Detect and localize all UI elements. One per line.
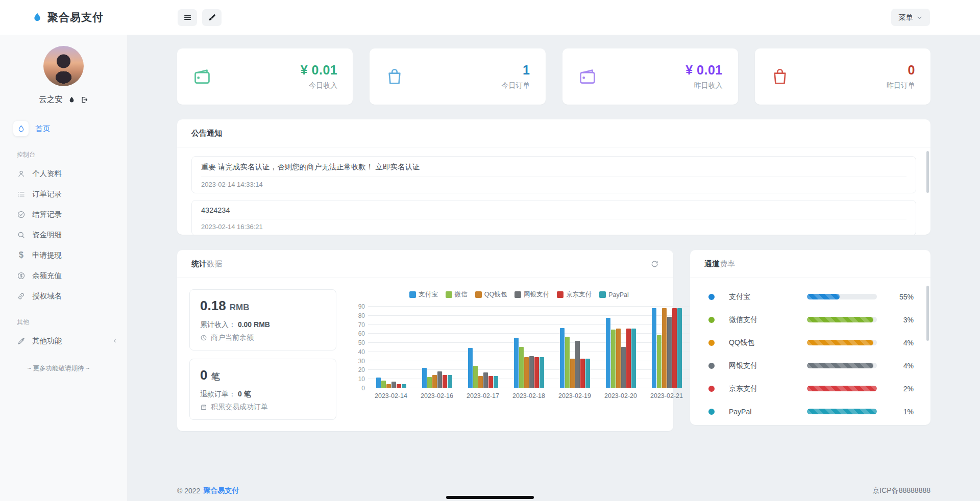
user-avatar[interactable] xyxy=(43,46,84,86)
announcement-divider xyxy=(201,219,906,219)
theme-button[interactable] xyxy=(202,9,222,26)
stat-value: ¥ 0.01 xyxy=(301,63,338,78)
list-icon xyxy=(17,190,26,198)
stat-card-body: ¥ 0.01昨日收入 xyxy=(685,63,723,90)
sidebar-item-label: 首页 xyxy=(35,124,50,134)
stat-card: ¥ 0.01今日收入 xyxy=(177,48,353,105)
sidebar-item-dollar[interactable]: $申请提现 xyxy=(17,245,127,265)
bar-京东支付 xyxy=(443,375,447,388)
bar-QQ钱包 xyxy=(616,329,621,388)
announcement-item[interactable]: 43242342023-02-14 16:36:21 xyxy=(191,200,916,235)
wallet-icon xyxy=(192,67,212,86)
channel-progress-fill xyxy=(807,317,873,322)
sidebar-item-list[interactable]: 订单记录 xyxy=(17,184,127,204)
bar-QQ钱包 xyxy=(524,357,529,388)
announcement-text: 重要 请完成实名认证，否则您的商户无法正常收款！ 立即实名认证 xyxy=(201,162,906,172)
bar-group xyxy=(422,306,452,388)
sidebar-toggle-button[interactable] xyxy=(178,9,197,26)
bar-京东支付 xyxy=(534,357,539,388)
channel-rate-row: 微信支付3% xyxy=(690,308,930,331)
sidebar: 云之安 首页控制台个人资料订单记录结算记录资金明细$申请提现余额充值授权域名其他… xyxy=(0,35,128,501)
sidebar-item-user[interactable]: 个人资料 xyxy=(17,163,127,184)
announcement-time: 2023-02-14 14:33:14 xyxy=(201,181,906,188)
top-bar: 聚合易支付 菜单 xyxy=(0,0,980,35)
channel-name: QQ钱包 xyxy=(729,338,782,347)
droplet-mini-icon[interactable] xyxy=(68,96,76,104)
refunds-panel: 0 笔 退款订单： 0 笔 积累交易成功订单 xyxy=(189,359,336,420)
coin-icon xyxy=(17,271,26,280)
channel-name: 微信支付 xyxy=(729,315,782,324)
channel-rates-scrollbar[interactable] xyxy=(926,286,929,341)
menu-dropdown-button[interactable]: 菜单 xyxy=(891,9,930,26)
chevron-down-icon xyxy=(916,14,923,21)
channel-rate-row: QQ钱包4% xyxy=(690,331,930,354)
sidebar-item-home[interactable]: 首页 xyxy=(17,118,127,139)
sidebar-item-coin[interactable]: 余额充值 xyxy=(17,265,127,286)
legend-item[interactable]: 网银支付 xyxy=(514,290,549,299)
droplet-icon xyxy=(13,121,29,136)
y-axis-tick: 50 xyxy=(350,339,365,346)
bar-PayPal xyxy=(677,308,682,388)
bar-网银支付 xyxy=(529,356,534,388)
footer-brand-link[interactable]: 聚合易支付 xyxy=(203,486,239,495)
stat-label: 今日收入 xyxy=(301,81,338,90)
x-axis-label: 2023-02-20 xyxy=(598,392,644,399)
bar-支付宝 xyxy=(560,328,565,388)
bar-支付宝 xyxy=(514,338,519,388)
sidebar-item-search[interactable]: 资金明细 xyxy=(17,224,127,245)
channel-rate-value: 4% xyxy=(894,339,914,347)
legend-item[interactable]: PayPal xyxy=(599,290,629,299)
bag-icon xyxy=(770,67,790,86)
channel-dot xyxy=(708,317,715,323)
channel-rate-value: 55% xyxy=(894,293,914,301)
legend-swatch xyxy=(475,291,482,298)
stat-card-body: 1今日订单 xyxy=(502,63,530,90)
stat-card-body: 0昨日订单 xyxy=(887,63,915,90)
x-axis-label: 2023-02-17 xyxy=(460,392,506,399)
bar-京东支付 xyxy=(397,384,401,388)
stat-label: 昨日收入 xyxy=(685,81,723,90)
logout-icon[interactable] xyxy=(81,96,88,104)
bar-京东支付 xyxy=(488,376,493,388)
bar-groups xyxy=(368,306,690,388)
bar-网银支付 xyxy=(437,371,442,388)
x-axis-label: 2023-02-18 xyxy=(506,392,552,399)
refresh-icon[interactable] xyxy=(650,260,659,268)
legend-item[interactable]: QQ钱包 xyxy=(475,290,507,299)
sidebar-item-rocket[interactable]: 其他功能 xyxy=(17,331,127,351)
legend-item[interactable]: 支付宝 xyxy=(409,290,438,299)
sidebar-item-check-circle[interactable]: 结算记录 xyxy=(17,204,127,224)
clock-icon xyxy=(200,334,207,341)
legend-item[interactable]: 京东支付 xyxy=(557,290,592,299)
legend-label: QQ钱包 xyxy=(484,290,507,299)
sidebar-item-link[interactable]: 授权域名 xyxy=(17,286,127,306)
channel-progress-fill xyxy=(807,386,877,391)
bar-微信 xyxy=(519,347,524,388)
bar-QQ钱包 xyxy=(386,384,391,388)
droplet-logo-icon xyxy=(32,12,43,23)
bar-支付宝 xyxy=(606,318,610,388)
bar-网银支付 xyxy=(483,372,488,388)
bar-group xyxy=(606,306,636,388)
channel-rate-value: 4% xyxy=(894,362,914,370)
legend-swatch xyxy=(409,291,416,298)
legend-item[interactable]: 微信 xyxy=(446,290,468,299)
announcements-title: 公告通知 xyxy=(191,129,222,138)
channel-progress xyxy=(807,409,877,414)
link-icon xyxy=(17,292,26,300)
x-axis-label: 2023-02-14 xyxy=(368,392,414,399)
channel-rate-row: 支付宝55% xyxy=(690,285,930,308)
statistics-title: 统计数据 xyxy=(191,259,222,269)
brand-logo[interactable]: 聚合易支付 xyxy=(0,10,128,24)
announcement-item[interactable]: 重要 请完成实名认证，否则您的商户无法正常收款！ 立即实名认证2023-02-1… xyxy=(191,156,916,193)
sidebar-item-label: 个人资料 xyxy=(32,169,62,179)
chevron-left-icon xyxy=(112,338,118,344)
balance-caption: 商户当前余额 xyxy=(200,333,326,342)
announcements-scrollbar[interactable] xyxy=(926,151,929,193)
bar-微信 xyxy=(657,335,662,388)
legend-label: 微信 xyxy=(455,290,468,299)
home-indicator-bar xyxy=(446,496,534,499)
y-axis-tick: 30 xyxy=(350,358,365,365)
sidebar-item-label: 其他功能 xyxy=(32,336,62,346)
channel-rates-title: 通道费率 xyxy=(704,259,735,269)
